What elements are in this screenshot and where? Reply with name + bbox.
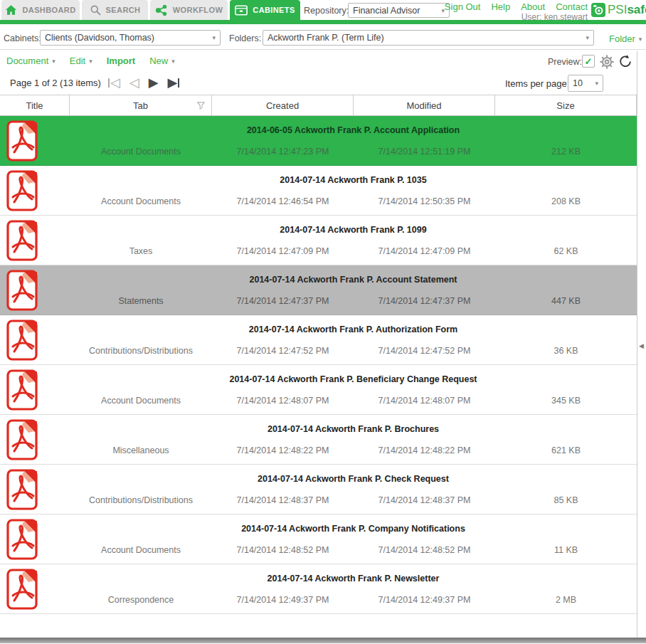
cell-created: 7/14/2014 12:48:22 PM	[212, 445, 354, 455]
preview-checkbox[interactable]: ✓	[582, 55, 595, 68]
cell-size: 2 MB	[495, 595, 637, 605]
cell-created: 7/14/2014 12:48:37 PM	[212, 495, 354, 505]
new-menu[interactable]: New ▾	[149, 56, 175, 66]
refresh-icon[interactable]	[618, 54, 632, 68]
cabinet-icon	[235, 5, 248, 16]
column-header-modified[interactable]: Modified	[354, 95, 495, 115]
column-header-size[interactable]: Size	[495, 95, 637, 115]
help-link[interactable]: Help	[491, 1, 510, 12]
menus: Document ▾ Edit ▾ Import New ▾	[6, 56, 175, 66]
document-title: 2014-07-14 Ackworth Frank P. Newsletter	[70, 574, 637, 584]
cell-modified: 7/14/2014 12:48:07 PM	[354, 396, 495, 406]
tab-dashboard[interactable]: DASHBOARD	[1, 0, 80, 20]
repository-label: Repository:	[304, 6, 349, 16]
bottom-status-bar	[0, 638, 646, 643]
workflow-icon	[155, 4, 168, 16]
chevron-down-icon: ▾	[89, 58, 92, 65]
tab-search[interactable]: SEARCH	[82, 0, 148, 20]
cell-created: 7/14/2014 12:48:52 PM	[212, 545, 354, 555]
items-per-page-select[interactable]: 10 ▾	[568, 75, 603, 92]
pdf-icon	[5, 220, 39, 261]
repository-select[interactable]: Financial Advisor ▾	[348, 3, 450, 18]
document-title: 2014-07-14 Ackworth Frank P. Brochures	[70, 424, 637, 434]
document-title: 2014-07-14 Ackworth Frank P. Account Sta…	[70, 275, 637, 285]
psisafe-app: DASHBOARD SEARCH WORKFLOW CABINETS Repos…	[0, 0, 646, 644]
cell-modified: 7/14/2014 12:49:37 PM	[354, 595, 495, 605]
document-title: 2014-07-14 Ackworth Frank P. 1035	[70, 175, 637, 185]
table-row[interactable]: 2014-07-14 Ackworth Frank P. 1099 Taxes …	[0, 216, 637, 265]
table-row[interactable]: 2014-07-14 Ackworth Frank P. 1035 Accoun…	[0, 166, 637, 216]
cabinets-label: Cabinets:	[4, 33, 41, 43]
cabinets-select[interactable]: Clients (Davidson, Thomas) ▾	[40, 30, 221, 46]
cell-size: 345 KB	[495, 396, 637, 406]
document-title: 2014-07-14 Ackworth Frank P. Company Not…	[70, 524, 637, 534]
pdf-icon	[5, 519, 39, 560]
pdf-icon	[5, 419, 39, 460]
column-header-title[interactable]: Title	[0, 95, 70, 115]
filter-icon[interactable]	[197, 102, 205, 110]
table-row[interactable]: 2014-07-14 Ackworth Frank P. Account Sta…	[0, 265, 637, 315]
page-status: Page 1 of 2 (13 items)	[10, 78, 101, 88]
next-page-button[interactable]: ▶	[149, 74, 159, 91]
repository-value: Financial Advisor	[353, 6, 420, 16]
cell-modified: 7/14/2014 12:47:09 PM	[354, 246, 495, 256]
last-page-button[interactable]: ▶	[168, 74, 180, 91]
sign-out-link[interactable]: Sign Out	[445, 1, 481, 12]
document-title: 2014-06-05 Ackworth Frank P. Account App…	[70, 125, 637, 135]
table-row[interactable]: 2014-07-14 Ackworth Frank P. Company Not…	[0, 514, 637, 564]
import-menu[interactable]: Import	[107, 56, 135, 66]
cell-created: 7/14/2014 12:47:23 PM	[212, 147, 354, 157]
nav-links: Sign Out Help About Contact	[455, 1, 588, 12]
column-header-created[interactable]: Created	[212, 95, 354, 115]
pdf-icon	[5, 469, 39, 510]
tab-workflow[interactable]: WORKFLOW	[150, 0, 228, 20]
logo-text: PSIsafe	[608, 3, 646, 17]
table-header: Title Tab Created Modified Size	[0, 95, 637, 116]
psisafe-logo: PSIsafe	[591, 3, 646, 17]
folders-select[interactable]: Ackworth Frank P. (Term Life) ▾	[263, 30, 594, 46]
document-title: 2014-07-14 Ackworth Frank P. Check Reque…	[70, 474, 637, 484]
first-page-button[interactable]: ◁	[108, 74, 120, 91]
chevron-down-icon: ▾	[171, 58, 175, 65]
document-list: 2014-06-05 Ackworth Frank P. Account App…	[0, 116, 637, 614]
tab-cabinets[interactable]: CABINETS	[230, 0, 300, 20]
cell-size: 85 KB	[495, 495, 637, 505]
document-menu[interactable]: Document ▾	[6, 56, 55, 66]
cell-tab: Contributions/Distributions	[70, 346, 212, 356]
check-icon: ✓	[585, 56, 593, 67]
cell-modified: 7/14/2014 12:48:37 PM	[354, 495, 495, 505]
cell-tab: Miscellaneous	[70, 445, 212, 455]
table-row[interactable]: 2014-07-14 Ackworth Frank P. Newsletter …	[0, 564, 637, 614]
previous-page-button[interactable]: ◁	[129, 74, 139, 91]
cell-size: 212 KB	[495, 147, 637, 157]
pagination-row: Page 1 of 2 (13 items) ◁ ◁ ▶ ▶ Items per…	[0, 71, 646, 95]
folder-menu[interactable]: Folder ▾	[609, 33, 642, 44]
edit-menu[interactable]: Edit ▾	[70, 56, 92, 66]
pdf-icon	[5, 270, 39, 311]
table-row[interactable]: 2014-06-05 Ackworth Frank P. Account App…	[0, 116, 637, 166]
collapse-panel-icon[interactable]: ◀	[639, 342, 644, 349]
pager: ◁ ◁ ▶ ▶	[108, 74, 179, 91]
cell-created: 7/14/2014 12:48:07 PM	[212, 396, 354, 406]
cell-modified: 7/14/2014 12:47:52 PM	[354, 346, 495, 356]
column-header-tab[interactable]: Tab	[70, 95, 212, 115]
cell-tab: Account Documents	[70, 196, 212, 206]
cell-tab: Account Documents	[70, 545, 212, 555]
gear-icon[interactable]	[599, 54, 615, 70]
cell-modified: 7/14/2014 12:51:19 PM	[354, 147, 495, 157]
chevron-down-icon: ▾	[52, 58, 55, 65]
pdf-icon	[5, 320, 39, 361]
cell-tab: Taxes	[70, 246, 212, 256]
contact-link[interactable]: Contact	[556, 1, 588, 12]
about-link[interactable]: About	[521, 1, 545, 12]
search-icon	[90, 4, 101, 16]
cell-size: 36 KB	[495, 346, 637, 356]
cell-size: 447 KB	[495, 296, 637, 306]
table-row[interactable]: 2014-07-14 Ackworth Frank P. Beneficiary…	[0, 365, 637, 415]
cell-created: 7/14/2014 12:47:09 PM	[212, 246, 354, 256]
cell-size: 208 KB	[495, 196, 637, 206]
table-row[interactable]: 2014-07-14 Ackworth Frank P. Brochures M…	[0, 415, 637, 465]
table-row[interactable]: 2014-07-14 Ackworth Frank P. Authorizati…	[0, 315, 637, 365]
table-row[interactable]: 2014-07-14 Ackworth Frank P. Check Reque…	[0, 465, 637, 514]
cell-tab: Contributions/Distributions	[70, 495, 212, 505]
